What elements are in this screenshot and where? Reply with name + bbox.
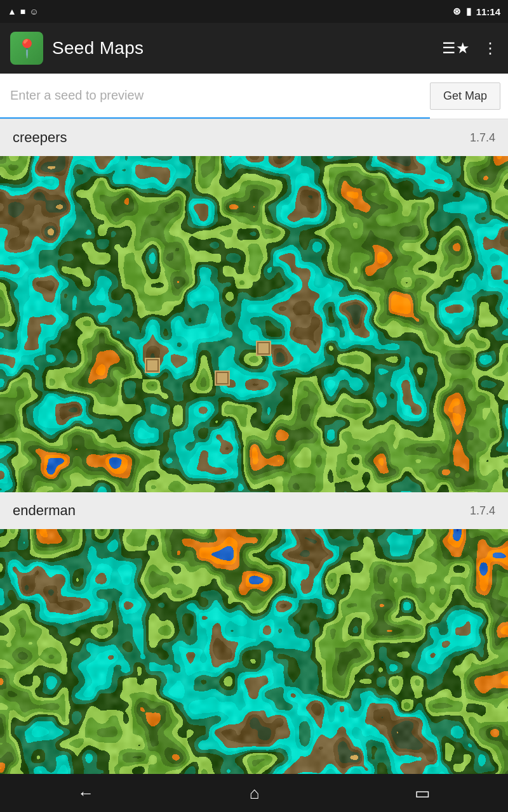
list-star-icon[interactable]: ☰★ [442,39,470,57]
app-bar-actions: ☰★ ⋮ [442,39,498,57]
navigation-bar: ← ⌂ ▭ [0,774,508,812]
app-bar: 📍 Seed Maps ☰★ ⋮ [0,23,508,74]
status-bar: ▲ ■ ☺ ⊛ ▮ 11:14 [0,0,508,23]
get-map-button[interactable]: Get Map [430,82,500,110]
seed-name-enderman: enderman [13,502,76,519]
content-area: creepers 1.7.4 enderman 1.7.4 [0,119,508,774]
seed-version-enderman: 1.7.4 [470,504,495,518]
phone-icon: ■ [20,6,25,16]
wifi-icon: ⊛ [453,6,461,17]
home-button[interactable]: ⌂ [250,783,260,803]
seed-row-enderman[interactable]: enderman 1.7.4 [0,492,508,529]
seed-name-creepers: creepers [13,129,67,146]
map-pin-icon: 📍 [16,38,38,59]
map-enderman[interactable] [0,529,508,774]
search-bar: Get Map [0,74,508,119]
status-bar-left: ▲ ■ ☺ [8,6,39,16]
more-options-icon[interactable]: ⋮ [483,39,498,57]
seed-input[interactable] [0,74,430,119]
status-bar-right: ⊛ ▮ 11:14 [453,6,500,17]
battery-icon: ▮ [466,6,471,17]
smiley-icon: ☺ [29,6,38,16]
app-title: Seed Maps [52,38,144,58]
app-icon: 📍 [10,32,43,65]
seed-version-creepers: 1.7.4 [470,131,495,145]
seed-row-creepers[interactable]: creepers 1.7.4 [0,119,508,156]
time-display: 11:14 [476,6,500,17]
app-bar-left: 📍 Seed Maps [10,32,144,65]
map-creepers[interactable] [0,156,508,492]
back-button[interactable]: ← [77,783,94,803]
recents-button[interactable]: ▭ [415,783,431,803]
android-icon: ▲ [8,6,17,16]
